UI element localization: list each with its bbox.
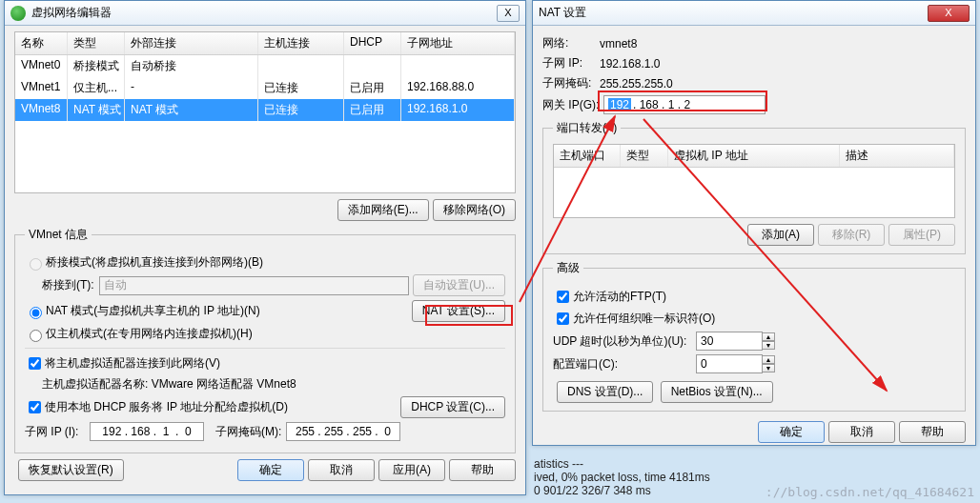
msk-label: 子网掩码: [542, 75, 600, 91]
cell: NAT 模式 [125, 99, 258, 121]
virtual-network-editor-window: 虚拟网络编辑器 X 名称 类型 外部连接 主机连接 DHCP 子网地址 VMne… [4, 0, 526, 495]
col-name[interactable]: 名称 [15, 32, 68, 54]
col-dhcp[interactable]: DHCP [344, 32, 401, 54]
sub-label: 子网 IP: [542, 55, 600, 71]
chevron-down-icon[interactable]: ▼ [762, 364, 775, 372]
nat-settings-button[interactable]: NAT 设置(S)... [412, 300, 505, 322]
chevron-down-icon[interactable]: ▼ [762, 341, 775, 350]
cell: 已连接 [258, 99, 344, 121]
subnet-mask-input[interactable] [286, 422, 400, 441]
ok-button[interactable]: 确定 [237, 459, 304, 481]
bridge-to-label: 桥接到(T): [42, 277, 99, 293]
pf-add-button[interactable]: 添加(A) [747, 224, 814, 246]
cell: - [125, 77, 258, 99]
term-line: atistics --- [534, 457, 710, 471]
watermark: ://blog.csdn.net/qq_41684621 [766, 485, 974, 499]
chevron-up-icon[interactable]: ▲ [762, 355, 775, 364]
term-line: ived, 0% packet loss, time 4181ms [534, 471, 710, 484]
cell: 192.168.1.0 [401, 99, 515, 121]
bridge-to-select [99, 276, 409, 295]
gateway-ip-input[interactable]: 192 . 168 . 1 . 2 [603, 95, 766, 114]
vmnet-info-legend: VMnet 信息 [25, 227, 92, 243]
net-label: 网络: [542, 35, 600, 51]
config-port-input[interactable] [696, 354, 763, 373]
udp-spinner[interactable]: ▲▼ [762, 332, 775, 350]
chevron-up-icon[interactable]: ▲ [762, 332, 775, 341]
terminal-output: atistics --- ived, 0% packet loss, time … [534, 457, 710, 497]
col-host[interactable]: 主机连接 [258, 32, 344, 54]
apply-button[interactable]: 应用(A) [378, 459, 445, 481]
nat-titlebar[interactable]: NAT 设置 X [533, 1, 975, 26]
cfgport-spinner[interactable]: ▲▼ [762, 355, 775, 372]
dns-settings-button[interactable]: DNS 设置(D)... [557, 381, 653, 403]
col-desc[interactable]: 描述 [840, 145, 954, 167]
cell: 已启用 [344, 99, 401, 121]
chk-host-adapter[interactable]: 将主机虚拟适配器连接到此网络(V) [25, 354, 505, 372]
table-row[interactable]: VMnet1 仅主机... - 已连接 已启用 192.168.88.0 [15, 77, 515, 99]
col-subnet[interactable]: 子网地址 [401, 32, 515, 54]
col-hport[interactable]: 主机端口 [554, 145, 621, 167]
netbios-settings-button[interactable]: NetBios 设置(N)... [661, 381, 773, 403]
gw-seg-selected: 192 [608, 98, 631, 111]
cancel-button[interactable]: 取消 [308, 459, 375, 481]
subnet-mask-label: 子网掩码(M): [215, 424, 286, 440]
add-network-button[interactable]: 添加网络(E)... [337, 199, 429, 221]
close-icon[interactable]: X [497, 5, 520, 22]
chk-ftp[interactable]: 允许活动的FTP(T) [553, 288, 955, 306]
pf-prop-button: 属性(P) [888, 224, 955, 246]
help-button[interactable]: 帮助 [449, 459, 516, 481]
subnet-ip-label: 子网 IP (I): [25, 424, 90, 440]
port-forward-table: 主机端口 类型 虚拟机 IP 地址 描述 [553, 144, 955, 218]
udp-timeout-input[interactable] [696, 332, 763, 351]
nat-cancel-button[interactable]: 取消 [828, 421, 895, 443]
cell: 已连接 [258, 77, 344, 99]
col-vmip[interactable]: 虚拟机 IP 地址 [668, 145, 840, 167]
table-row[interactable]: VMnet0 桥接模式 自动桥接 [15, 55, 515, 77]
port-forward-group: 端口转发(F) 主机端口 类型 虚拟机 IP 地址 描述 添加(A) 移除(R)… [542, 120, 966, 254]
col-type[interactable]: 类型 [68, 32, 125, 54]
adapter-name-label: 主机虚拟适配器名称: VMware 网络适配器 VMnet8 [25, 376, 505, 392]
udp-label: UDP 超时(以秒为单位)(U): [553, 333, 696, 350]
chk-label: 使用本地 DHCP 服务将 IP 地址分配给虚拟机(D) [45, 399, 288, 415]
remove-network-button[interactable]: 移除网络(O) [433, 199, 516, 221]
cell: 桥接模式 [68, 55, 125, 77]
advanced-group: 高级 允许活动的FTP(T) 允许任何组织唯一标识符(O) UDP 超时(以秒为… [542, 260, 966, 412]
cell: 自动桥接 [125, 55, 258, 77]
dhcp-settings-button[interactable]: DHCP 设置(C)... [400, 396, 505, 418]
advanced-legend: 高级 [553, 260, 583, 276]
cell: 192.168.88.0 [401, 77, 515, 99]
radio-label: 桥接模式(将虚拟机直接连接到外部网络)(B) [46, 254, 263, 271]
radio-bridge[interactable]: 桥接模式(将虚拟机直接连接到外部网络)(B) [25, 254, 505, 271]
radio-hostonly[interactable]: 仅主机模式(在专用网络内连接虚拟机)(H) [25, 326, 505, 342]
vne-titlebar[interactable]: 虚拟网络编辑器 X [5, 1, 525, 26]
cell: 已启用 [344, 77, 401, 99]
table-row[interactable]: VMnet8 NAT 模式 NAT 模式 已连接 已启用 192.168.1.0 [15, 99, 515, 121]
msk-value: 255.255.255.0 [600, 77, 673, 91]
gw-label: 网关 IP(G): [542, 97, 603, 113]
pf-remove-button: 移除(R) [818, 224, 885, 246]
cell: VMnet1 [15, 77, 68, 99]
vmnet-table: 名称 类型 外部连接 主机连接 DHCP 子网地址 VMnet0 桥接模式 自动… [14, 31, 516, 193]
chk-label: 允许任何组织唯一标识符(O) [573, 311, 715, 327]
app-icon [10, 6, 26, 21]
close-icon[interactable]: X [928, 5, 970, 22]
port-forward-legend: 端口转发(F) [553, 120, 621, 136]
col-ext[interactable]: 外部连接 [125, 32, 258, 54]
vne-title: 虚拟网络编辑器 [31, 5, 495, 21]
radio-nat[interactable]: NAT 模式(与虚拟机共享主机的 IP 地址)(N) NAT 设置(S)... [25, 300, 505, 322]
subnet-ip-input[interactable] [90, 422, 204, 441]
vmnet-table-header: 名称 类型 外部连接 主机连接 DHCP 子网地址 [15, 32, 515, 55]
chk-org[interactable]: 允许任何组织唯一标识符(O) [553, 310, 955, 328]
restore-defaults-button[interactable]: 恢复默认设置(R) [18, 459, 124, 481]
cell: VMnet8 [15, 99, 68, 121]
chk-label: 允许活动的FTP(T) [573, 289, 666, 305]
auto-settings-button: 自动设置(U)... [413, 274, 505, 296]
chk-dhcp[interactable]: 使用本地 DHCP 服务将 IP 地址分配给虚拟机(D) DHCP 设置(C).… [25, 396, 505, 418]
sub-value: 192.168.1.0 [600, 57, 660, 70]
nat-settings-window: NAT 设置 X 网络:vmnet8 子网 IP:192.168.1.0 子网掩… [532, 0, 976, 446]
nat-ok-button[interactable]: 确定 [758, 421, 825, 443]
vmnet-info-group: VMnet 信息 桥接模式(将虚拟机直接连接到外部网络)(B) 桥接到(T): … [14, 227, 516, 453]
col-ptype[interactable]: 类型 [621, 145, 668, 167]
nat-help-button[interactable]: 帮助 [899, 421, 966, 443]
cell [344, 55, 401, 77]
